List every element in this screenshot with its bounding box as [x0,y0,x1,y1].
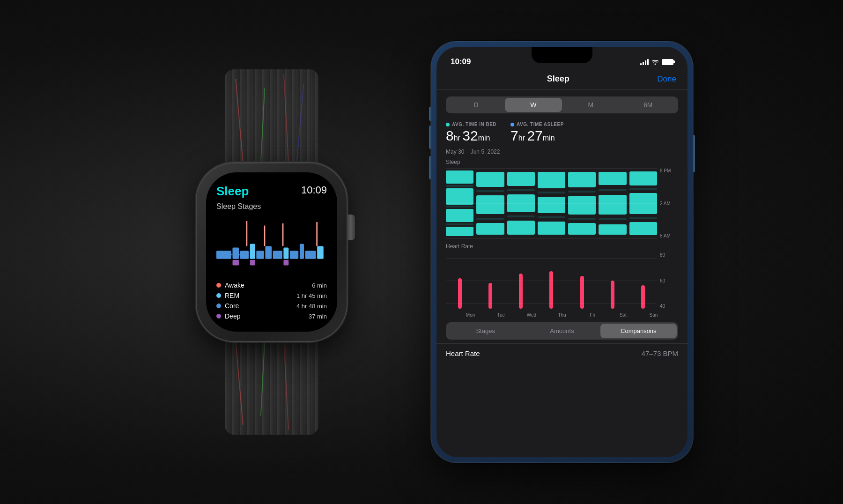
watch-body: Sleep 10:09 Sleep Stages [197,163,347,341]
time-in-bed-value: 8hr 32min [446,128,496,144]
sleep-chart-section: Sleep [446,159,678,238]
legend-awake: Awake 6 min [216,282,327,289]
svg-rect-13 [317,246,324,259]
wifi-icon [651,59,659,65]
svg-rect-11 [300,244,304,259]
core-dot [216,304,221,308]
phone-silent-switch [429,107,431,121]
watch-sleep-chart [216,216,327,276]
status-icons [640,59,673,65]
time-in-bed-dot [446,123,450,126]
watch-container: Sleep 10:09 Sleep Stages [150,69,393,435]
svg-rect-7 [265,246,272,259]
scene: Sleep 10:09 Sleep Stages [0,0,843,504]
core-value: 4 hr 48 min [296,303,327,310]
rem-dot [216,293,221,298]
heart-x-labels: Mon Tue Wed Thu Fri Sat Sun [455,312,669,318]
svg-rect-19 [250,260,255,266]
watch-subtitle: Sleep Stages [216,202,327,211]
time-in-bed-label: AVG. TIME IN BED [446,122,496,127]
y-label-40: 40 [660,304,678,309]
time-asleep-dot [510,123,514,126]
legend-core: Core 4 hr 48 min [216,302,327,310]
awake-label: Awake [225,282,244,289]
phone-side-button [693,135,695,172]
tab-comparisons[interactable]: Comparisons [600,324,677,338]
watch-sleep-title: Sleep [216,184,249,199]
footer-row: Heart Rate 47–73 BPM [436,343,688,363]
svg-rect-17 [264,226,266,246]
footer-label: Heart Rate [446,349,480,357]
sleep-chart-bars [446,168,657,238]
svg-rect-20 [283,260,288,266]
watch-screen: Sleep 10:09 Sleep Stages [206,172,337,332]
nav-title: Sleep [547,74,569,84]
deep-label: Deep [225,312,240,320]
svg-rect-9 [283,247,288,259]
watch-band-top [225,69,318,172]
tab-stages[interactable]: Stages [447,324,524,338]
heart-chart-section: Heart Rate [446,243,678,318]
heart-chart: 80 60 40 [446,252,678,309]
watch-time: 10:09 [301,184,327,196]
heart-y-axis: 80 60 40 [657,252,678,309]
time-asleep-label: AVG. TIME ASLEEP [510,122,564,127]
x-label-mon: Mon [455,312,486,318]
stat-time-asleep: AVG. TIME ASLEEP 7hr 27min [510,122,564,144]
sleep-chart: 8 PM 2 AM 8 AM [446,168,678,238]
y-label-8am: 8 AM [660,233,678,238]
bottom-tabs[interactable]: Stages Amounts Comparisons [446,322,678,340]
seg-6m[interactable]: 6M [620,98,677,112]
y-label-8pm: 8 PM [660,168,678,173]
legend-deep: Deep 37 min [216,312,327,320]
deep-dot [216,314,221,319]
x-label-sun: Sun [638,312,669,318]
svg-rect-15 [282,223,284,246]
phone-container: 10:09 [431,41,693,463]
svg-rect-6 [256,251,264,259]
phone-content: D W M 6M AVG. TIME IN BED 8hr 32min [436,90,688,457]
seg-d[interactable]: D [447,98,505,112]
y-label-60: 60 [660,278,678,283]
phone-screen: 10:09 [436,47,688,457]
svg-rect-4 [240,251,249,259]
heart-chart-bars [446,252,657,309]
x-label-wed: Wed [516,312,547,318]
x-label-fri: Fri [577,312,608,318]
battery-icon [662,59,673,65]
signal-icon [640,59,649,65]
y-label-80: 80 [660,252,678,258]
x-label-thu: Thu [547,312,577,318]
svg-rect-16 [316,222,318,246]
svg-rect-10 [290,251,298,259]
heart-chart-label: Heart Rate [446,243,678,250]
svg-rect-2 [216,251,231,259]
svg-rect-3 [232,247,239,259]
legend-rem: REM 1 hr 45 min [216,292,327,299]
x-label-tue: Tue [486,312,516,318]
rem-value: 1 hr 45 min [296,292,327,299]
x-label-sat: Sat [608,312,638,318]
sleep-chart-label: Sleep [446,159,678,165]
segmented-control[interactable]: D W M 6M [446,96,678,113]
watch-legend: Awake 6 min REM 1 hr 45 min [216,282,327,320]
phone-vol-down-button [429,156,431,179]
status-time: 10:09 [451,57,471,67]
watch-band-bottom [225,332,318,435]
awake-dot [216,283,221,288]
phone-vol-up-button [429,126,431,149]
done-button[interactable]: Done [657,74,676,84]
svg-rect-0 [216,216,327,276]
seg-w[interactable]: W [505,98,562,112]
svg-rect-12 [305,251,316,259]
awake-value: 6 min [312,282,327,289]
deep-value: 37 min [309,313,327,320]
seg-m[interactable]: M [562,98,620,112]
nav-bar: Sleep Done [436,70,688,90]
svg-rect-14 [246,221,248,246]
svg-rect-8 [273,251,282,259]
stat-time-in-bed: AVG. TIME IN BED 8hr 32min [446,122,496,144]
tab-amounts[interactable]: Amounts [524,324,600,338]
footer-value: 47–73 BPM [642,349,678,357]
core-label: Core [225,302,239,310]
